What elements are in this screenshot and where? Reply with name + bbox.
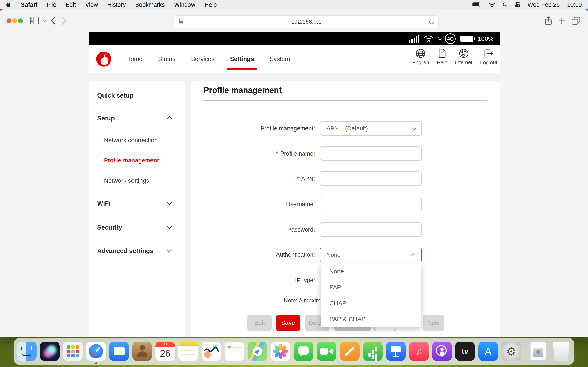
internet-button[interactable]: Internet: [455, 49, 472, 66]
dock-trash-icon[interactable]: [552, 342, 571, 361]
auth-option-pap-chap[interactable]: PAP & CHAP: [321, 311, 421, 327]
site-header: Home Status Services Settings System Eng…: [89, 45, 500, 73]
sidebar-item-network-settings[interactable]: Network settings: [104, 175, 199, 187]
dock-siri-icon[interactable]: [40, 342, 60, 361]
router-page: ⇅ 4G 100% Home Status Services Settings …: [89, 32, 500, 337]
menu-edit[interactable]: Edit: [66, 1, 76, 8]
dock-app-store-icon[interactable]: A: [478, 342, 498, 361]
logout-button[interactable]: Log out: [480, 49, 497, 66]
profile-name-label: *Profile name:: [191, 146, 315, 161]
menu-window[interactable]: Window: [174, 1, 195, 8]
nav-services[interactable]: Services: [191, 55, 214, 62]
dock-finder-icon[interactable]: [17, 342, 36, 361]
vodafone-logo[interactable]: [96, 51, 112, 67]
dock-pages-icon[interactable]: [340, 342, 360, 361]
back-button-icon[interactable]: [51, 16, 56, 25]
authentication-dropdown-list: None PAP CHAP PAP & CHAP: [320, 263, 421, 327]
wifi-icon[interactable]: [489, 2, 495, 7]
dock-notes-icon[interactable]: [178, 342, 198, 361]
address-bar[interactable]: 192.168.0.1: [174, 16, 439, 28]
dock-music-icon[interactable]: ♫: [409, 342, 429, 361]
language-label: English: [412, 59, 429, 66]
menu-app-name[interactable]: Safari: [21, 1, 37, 8]
dock-mail-icon[interactable]: [109, 342, 129, 361]
auth-option-chap[interactable]: CHAP: [321, 295, 421, 311]
profile-name-input[interactable]: [320, 147, 421, 160]
dock-facetime-icon[interactable]: [317, 342, 337, 361]
new-button[interactable]: New: [423, 315, 444, 331]
profile-select[interactable]: APN 1 (Default): [320, 121, 422, 136]
control-center-icon[interactable]: [515, 2, 520, 7]
dock-calendar-icon[interactable]: FEB 26: [155, 342, 175, 361]
spotlight-search-icon[interactable]: [503, 2, 508, 7]
dock-maps-icon[interactable]: [248, 342, 267, 361]
safari-toolbar: 192.168.0.1: [0, 9, 588, 32]
sidebar-toggle-icon[interactable]: [30, 17, 39, 25]
apn-input[interactable]: [320, 172, 421, 185]
language-button[interactable]: English: [412, 49, 429, 66]
nav-system[interactable]: System: [270, 55, 290, 62]
globe-icon: [416, 49, 425, 58]
chevron-up-icon: [167, 116, 172, 122]
logout-label: Log out: [480, 59, 497, 66]
edit-button[interactable]: Edit: [247, 315, 272, 331]
username-input[interactable]: [320, 197, 421, 211]
nav-settings[interactable]: Settings: [230, 55, 254, 62]
main-nav: Home Status Services Settings System: [126, 45, 290, 73]
dock-reminders-icon[interactable]: [225, 342, 244, 361]
window-zoom-button[interactable]: [18, 18, 23, 23]
sidebar-item-setup[interactable]: Setup: [97, 112, 179, 125]
sidebar-item-profile-management[interactable]: Profile management: [104, 155, 199, 166]
auth-option-pap[interactable]: PAP: [321, 279, 421, 295]
page-format-icon[interactable]: [178, 18, 184, 25]
dock-photos-icon[interactable]: [271, 342, 290, 361]
menu-view[interactable]: View: [85, 1, 98, 8]
dock-tv-icon[interactable]: tv: [455, 342, 475, 361]
menu-help[interactable]: Help: [205, 1, 217, 8]
url-text[interactable]: 192.168.0.1: [184, 18, 429, 25]
dock-contacts-icon[interactable]: [132, 342, 152, 361]
window-close-button[interactable]: [7, 18, 11, 23]
required-marker: *: [276, 150, 278, 157]
authentication-select[interactable]: None: [320, 248, 422, 262]
sidebar-item-wifi[interactable]: WiFi: [97, 197, 179, 210]
menu-date[interactable]: Wed Feb 26: [527, 1, 560, 8]
help-button[interactable]: Help: [437, 49, 447, 66]
sidebar-item-advanced-settings[interactable]: Advanced settings: [97, 245, 179, 257]
menu-file[interactable]: File: [47, 1, 56, 8]
macos-menu-bar: Safari File Edit View History Bookmarks …: [0, 0, 588, 9]
dock-messages-icon[interactable]: [294, 342, 313, 361]
menu-history[interactable]: History: [107, 1, 126, 8]
reload-icon[interactable]: [429, 18, 435, 25]
dock-keynote-icon[interactable]: [386, 342, 406, 361]
new-tab-icon[interactable]: [559, 17, 565, 24]
required-marker: *: [297, 175, 300, 182]
sidebar-item-security[interactable]: Security: [97, 221, 179, 234]
dock-podcasts-icon[interactable]: [432, 342, 452, 361]
chevron-down-icon: [167, 223, 172, 229]
nav-home[interactable]: Home: [126, 55, 143, 62]
sidebar-item-quick-setup[interactable]: Quick setup: [97, 89, 193, 102]
dock-freeform-icon[interactable]: [201, 342, 221, 361]
save-button[interactable]: Save: [276, 315, 300, 331]
apple-menu-icon[interactable]: [6, 2, 11, 8]
sidebar-item-network-connection[interactable]: Network connection: [104, 134, 199, 146]
nav-status[interactable]: Status: [158, 55, 175, 62]
forward-button-icon[interactable]: [61, 16, 67, 25]
dock-downloads-icon[interactable]: [528, 342, 548, 361]
auth-option-none[interactable]: None: [321, 263, 421, 279]
dock-safari-icon[interactable]: [86, 342, 106, 361]
dock-divider: [525, 341, 525, 361]
sidebar-chevron-down-icon[interactable]: [42, 19, 47, 22]
dock-launchpad-icon[interactable]: [63, 342, 83, 361]
window-minimize-button[interactable]: [12, 18, 17, 23]
menu-time[interactable]: 10:00: [567, 1, 582, 8]
battery-icon[interactable]: [472, 2, 481, 7]
tab-overview-icon[interactable]: [572, 17, 580, 25]
menu-bookmarks[interactable]: Bookmarks: [135, 1, 165, 8]
password-input[interactable]: [320, 223, 421, 236]
dock-numbers-icon[interactable]: [363, 342, 383, 361]
dock-system-settings-icon[interactable]: ⚙: [502, 342, 521, 361]
page-body: Quick setup Setup Network connection Pro…: [89, 73, 500, 337]
share-icon[interactable]: [545, 16, 552, 25]
